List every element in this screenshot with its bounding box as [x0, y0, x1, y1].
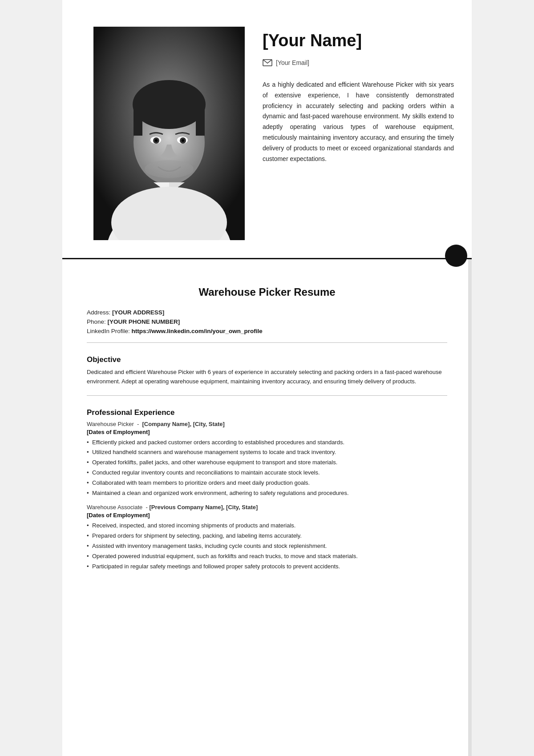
- email-row: [Your Email]: [263, 59, 454, 66]
- contact-address: Address: [YOUR ADDRESS]: [87, 309, 447, 316]
- bullet-1-6: Maintained a clean and organized work en…: [87, 489, 447, 498]
- svg-rect-6: [134, 109, 142, 136]
- svg-point-5: [133, 80, 206, 129]
- bullet-2-4: Operated powered industrial equipment, s…: [87, 552, 447, 561]
- svg-point-14: [145, 160, 194, 178]
- bullet-1-5: Collaborated with team members to priori…: [87, 479, 447, 488]
- objective-divider: [87, 342, 447, 343]
- page-wrapper: [Your Name] [Your Email] As a highly ded…: [62, 0, 472, 756]
- linkedin-label: LinkedIn Profile:: [87, 328, 132, 334]
- profile-svg: [93, 27, 245, 240]
- phone-label: Phone:: [87, 318, 108, 325]
- job-dates-2: [Dates of Employment]: [87, 512, 447, 519]
- bullet-1-3: Operated forklifts, pallet jacks, and ot…: [87, 458, 447, 467]
- bullet-2-1: Received, inspected, and stored incoming…: [87, 521, 447, 531]
- circle-decoration: [445, 245, 467, 267]
- address-value: [YOUR ADDRESS]: [112, 309, 164, 316]
- hero-info: [Your Name] [Your Email] As a highly ded…: [263, 27, 454, 240]
- svg-point-12: [155, 139, 158, 142]
- job-title-2: Warehouse Associate: [87, 504, 142, 511]
- linkedin-link[interactable]: https://www.linkedin.com/in/your_own_pro…: [132, 328, 263, 334]
- job-dates-1: [Dates of Employment]: [87, 429, 447, 435]
- job-bullets-1: Efficiently picked and packed customer o…: [87, 438, 447, 498]
- experience-divider: [87, 395, 447, 396]
- address-label: Address:: [87, 309, 112, 316]
- job-entry-2: Warehouse Associate - [Previous Company …: [87, 504, 447, 571]
- hero-section: [Your Name] [Your Email] As a highly ded…: [62, 0, 472, 258]
- bullet-1-1: Efficiently picked and packed customer o…: [87, 438, 447, 447]
- svg-rect-7: [196, 109, 205, 136]
- phone-value: [YOUR PHONE NUMBER]: [108, 318, 180, 325]
- main-content: Warehouse Picker Resume Address: [YOUR A…: [62, 259, 472, 595]
- job-company-2: [Previous Company Name], [City, State]: [149, 504, 258, 511]
- profile-photo: [93, 27, 245, 240]
- bullet-2-2: Prepared orders for shipment by selectin…: [87, 531, 447, 541]
- bullet-2-3: Assisted with inventory management tasks…: [87, 542, 447, 551]
- svg-point-13: [182, 139, 184, 142]
- hero-summary: As a highly dedicated and efficient Ware…: [263, 80, 454, 164]
- experience-title: Professional Experience: [87, 408, 447, 417]
- bullet-2-5: Participated in regular safety meetings …: [87, 562, 447, 571]
- job-title-line-1: Warehouse Picker - [Company Name], [City…: [87, 421, 447, 427]
- job-bullets-2: Received, inspected, and stored incoming…: [87, 521, 447, 571]
- resume-title: Warehouse Picker Resume: [87, 286, 447, 298]
- job-title-1: Warehouse Picker: [87, 421, 134, 427]
- bullet-1-4: Conducted regular inventory counts and r…: [87, 468, 447, 478]
- objective-text: Dedicated and efficient Warehouse Picker…: [87, 368, 447, 386]
- email-icon: [263, 59, 272, 66]
- contact-phone: Phone: [YOUR PHONE NUMBER]: [87, 318, 447, 325]
- job-entry-1: Warehouse Picker - [Company Name], [City…: [87, 421, 447, 498]
- hero-email: [Your Email]: [276, 59, 309, 66]
- hero-divider: [62, 258, 472, 259]
- objective-title: Objective: [87, 355, 447, 364]
- bullet-1-2: Utilized handheld scanners and warehouse…: [87, 448, 447, 457]
- hero-name: [Your Name]: [263, 31, 454, 50]
- job-company-1: [Company Name], [City, State]: [142, 421, 225, 427]
- job-title-line-2: Warehouse Associate - [Previous Company …: [87, 504, 447, 511]
- contact-linkedin: LinkedIn Profile: https://www.linkedin.c…: [87, 328, 447, 334]
